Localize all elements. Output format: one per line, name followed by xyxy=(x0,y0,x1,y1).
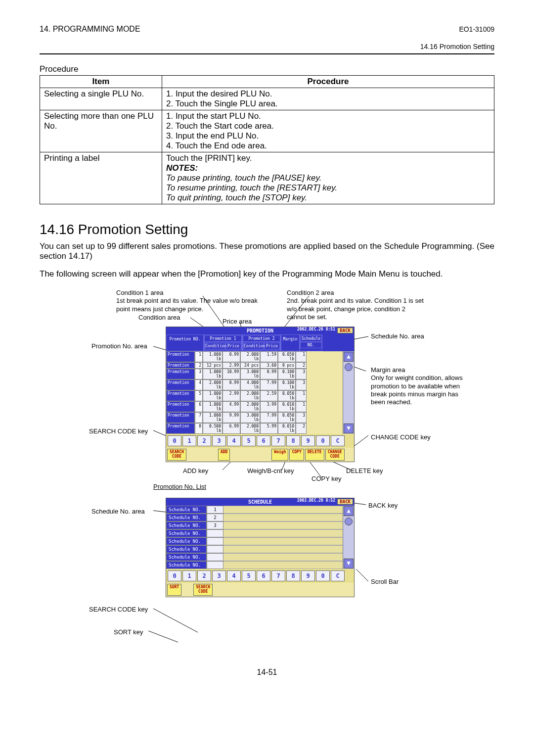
numeric-keypad: 01234567890C xyxy=(166,434,354,448)
ann-sched-no: Schedule No. area xyxy=(91,508,145,516)
change-code-button[interactable]: CHANGE CODE xyxy=(325,449,345,461)
promotion-rows: Promotion11.000 lb0.992.000 lb1.590.050 … xyxy=(166,351,343,434)
keypad-key[interactable]: 4 xyxy=(227,435,241,446)
chapter-title: 14. PROGRAMMING MODE xyxy=(40,25,140,34)
keypad-key[interactable]: C xyxy=(331,435,345,446)
table-row: Printing a label Touch the [PRINT] key. … xyxy=(40,152,494,204)
ann-search-code: SEARCH CODE key xyxy=(89,427,148,435)
table-row[interactable]: Schedule NO. xyxy=(166,529,343,537)
back-button[interactable]: BACK xyxy=(337,328,353,333)
subheading: 14.16 Promotion Setting xyxy=(40,43,494,50)
keypad-key[interactable]: 3 xyxy=(212,570,226,581)
keypad-key[interactable]: 9 xyxy=(301,435,315,446)
keypad-key[interactable]: 8 xyxy=(286,435,300,446)
screen2-title: SCHEDULE 2002.DEC.26 8:52 BACK xyxy=(166,498,354,506)
procedure-table: Item Procedure Selecting a single PLU No… xyxy=(40,75,494,204)
weigh-button[interactable]: Weigh xyxy=(271,449,288,461)
ann-cond-area: Condition area xyxy=(138,314,180,322)
scroll-thumb[interactable] xyxy=(345,518,353,525)
ann-list-title: Promotion No. List xyxy=(153,483,206,491)
keypad-key[interactable]: 0 xyxy=(168,435,181,446)
ann-add-key: ADD key xyxy=(183,467,208,475)
keypad-key[interactable]: 0 xyxy=(316,570,330,581)
ann-sched-area: Schedule No. area xyxy=(371,332,424,340)
table-row[interactable]: Schedule NO. xyxy=(166,561,343,569)
svg-line-17 xyxy=(356,569,368,581)
table-row[interactable]: Schedule NO. xyxy=(166,553,343,561)
keypad-key[interactable]: 2 xyxy=(197,435,211,446)
function-row: SEARCH CODE ADD Weigh COPY DELETE CHANGE… xyxy=(166,448,354,462)
ann-search-code2: SEARCH CODE key xyxy=(89,606,148,614)
page-number: 14-51 xyxy=(40,668,494,677)
keypad-key[interactable]: 5 xyxy=(242,435,256,446)
section-para2: The following screen will appear when th… xyxy=(40,269,494,279)
col-headers: Promotion NO. Promotion 1 ConditionPrice… xyxy=(166,334,354,351)
doc-id: EO1-31009 xyxy=(459,25,494,33)
scrollbar[interactable]: ▲ ▼ xyxy=(343,351,354,434)
scroll-up-icon[interactable]: ▲ xyxy=(344,352,354,362)
scroll-thumb[interactable] xyxy=(345,363,353,371)
ann-scrollbar: Scroll Bar xyxy=(371,578,399,586)
table-row: Selecting more than one PLU No. 1. Input… xyxy=(40,110,494,152)
ann-sort-key: SORT key xyxy=(114,628,143,636)
keypad-key[interactable]: 1 xyxy=(182,435,196,446)
section-heading: 14.16 Promotion Setting xyxy=(40,222,494,237)
scroll-down-icon[interactable]: ▼ xyxy=(344,559,354,568)
divider xyxy=(40,53,494,54)
table-row[interactable]: Promotion11.000 lb0.992.000 lb1.590.050 … xyxy=(166,351,343,362)
table-row[interactable]: Schedule NO.1 xyxy=(166,506,343,514)
keypad-key[interactable]: 0 xyxy=(316,435,330,446)
keypad-key[interactable]: 7 xyxy=(271,570,285,581)
ann-promo-no: Promotion No. area xyxy=(91,342,147,350)
table-row: Selecting a single PLU No. 1. Input the … xyxy=(40,88,494,110)
table-row[interactable]: Promotion80.500 lb6.992.000 lb5.990.010 … xyxy=(166,423,343,434)
scroll-up-icon[interactable]: ▲ xyxy=(344,506,354,516)
svg-line-14 xyxy=(153,609,198,632)
search-code-button[interactable]: SEARCH CODE xyxy=(167,449,186,461)
ann-cond1-area: Condition 1 area 1st break point and its… xyxy=(116,289,260,313)
keypad-key[interactable]: 3 xyxy=(212,435,226,446)
table-row[interactable]: Schedule NO. xyxy=(166,537,343,545)
keypad-key[interactable]: 2 xyxy=(197,570,211,581)
ann-weigh-key: Weigh/B-cnt key xyxy=(247,467,294,475)
table-row[interactable]: Schedule NO.3 xyxy=(166,521,343,529)
table-row[interactable]: Promotion31.000 lb10.993.000 lb8.990.100… xyxy=(166,369,343,379)
table-row[interactable]: Schedule NO. xyxy=(166,545,343,553)
schedule-rows: Schedule NO.1Schedule NO.2Schedule NO.3S… xyxy=(166,506,343,569)
ann-margin: Margin area Only for weight condition, a… xyxy=(371,366,470,406)
ann-change-code: CHANGE CODE key xyxy=(371,433,431,441)
search-code-button2[interactable]: SEARCH CODE xyxy=(193,584,213,596)
promotion-screen: PROMOTION 2002.DEC.26 8:51 BACK Promotio… xyxy=(166,327,355,462)
keypad-key[interactable]: 9 xyxy=(301,570,315,581)
procedure-label: Procedure xyxy=(40,64,494,74)
table-row[interactable]: Promotion71.000 lb9.993.000 lb7.990.050 … xyxy=(166,412,343,423)
keypad-key[interactable]: 0 xyxy=(168,570,181,581)
table-row[interactable]: Promotion51.000 lb2.992.000 lb2.590.050 … xyxy=(166,390,343,401)
back-button2[interactable]: BACK xyxy=(337,499,353,505)
add-button[interactable]: ADD xyxy=(218,449,230,461)
th-procedure: Procedure xyxy=(162,76,494,88)
ann-cond2-area: Condition 2 area 2nd. break point and it… xyxy=(287,289,425,321)
scroll-down-icon[interactable]: ▼ xyxy=(344,424,354,433)
copy-button[interactable]: COPY xyxy=(289,449,304,461)
keypad-key[interactable]: 8 xyxy=(286,570,300,581)
table-row[interactable]: Promotion42.000 lb8.994.000 lb7.990.100 … xyxy=(166,379,343,390)
keypad-key[interactable]: 7 xyxy=(271,435,285,446)
table-row[interactable]: Promotion212 pcs2.9924 pcs3.600 pcs2 xyxy=(166,362,343,369)
keypad-key[interactable]: C xyxy=(331,570,345,581)
ann-copy-key: COPY key xyxy=(312,475,341,483)
ann-delete-key: DELETE key xyxy=(346,467,383,475)
keypad-key[interactable]: 6 xyxy=(257,435,270,446)
table-row[interactable]: Promotion61.000 lb4.992.000 lb3.990.010 … xyxy=(166,401,343,412)
delete-button[interactable]: DELETE xyxy=(305,449,324,461)
keypad-key[interactable]: 4 xyxy=(227,570,241,581)
section-para1: You can set up to 99 different sales pro… xyxy=(40,241,494,261)
scrollbar2[interactable]: ▲ ▼ xyxy=(343,506,354,569)
keypad-key[interactable]: 1 xyxy=(182,570,196,581)
numeric-keypad2: 01234567890C xyxy=(166,569,354,583)
sort-button[interactable]: SORT xyxy=(167,584,181,596)
keypad-key[interactable]: 6 xyxy=(257,570,270,581)
ann-price-area: Price area xyxy=(222,318,252,326)
keypad-key[interactable]: 5 xyxy=(242,570,256,581)
table-row[interactable]: Schedule NO.2 xyxy=(166,514,343,521)
